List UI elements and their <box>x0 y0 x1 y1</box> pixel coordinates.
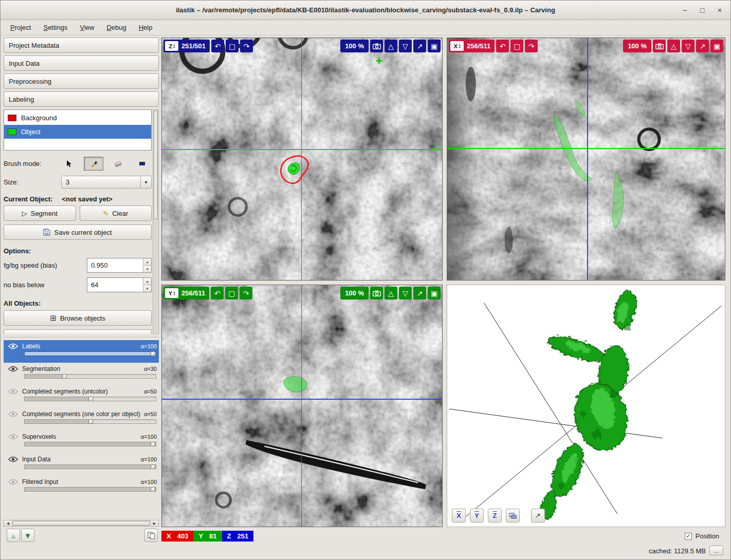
minimize-icon[interactable]: − <box>678 4 691 16</box>
duplicate-view-button[interactable] <box>144 529 158 542</box>
redo-icon[interactable]: ↷ <box>525 40 538 52</box>
eye-icon[interactable] <box>4 388 22 395</box>
menu-help[interactable]: Help <box>133 22 158 33</box>
undo-icon[interactable]: ↶ <box>496 40 509 52</box>
eraser-tool-icon[interactable] <box>108 157 127 171</box>
slice-spinbox[interactable]: X ▴▾ <box>450 41 464 51</box>
menu-view[interactable]: View <box>74 22 100 33</box>
layer-row-input-data[interactable]: Input Data α=100 <box>4 453 159 476</box>
toggle-z-slice-button[interactable]: Z <box>488 509 502 522</box>
labeling-scrollbar[interactable] <box>153 109 159 334</box>
layer-opacity-slider[interactable] <box>24 374 156 379</box>
frame-icon[interactable]: ▢ <box>226 40 239 52</box>
snapshot-camera-icon[interactable] <box>370 40 383 52</box>
menu-settings[interactable]: Settings <box>38 22 73 33</box>
scroll-left-icon[interactable]: ◀ <box>4 520 12 526</box>
maximize-icon[interactable]: □ <box>696 4 709 16</box>
layer-row-labels[interactable]: Labels α=100 <box>4 340 159 363</box>
layer-opacity-slider[interactable] <box>24 464 156 469</box>
brush-size-select[interactable]: 3 ▾ <box>61 176 152 189</box>
frame-icon[interactable]: ▢ <box>225 287 238 300</box>
spin-up-icon[interactable]: ▴ <box>143 278 151 285</box>
x-slice-indicator[interactable]: X ▴▾ 256/511 <box>449 40 495 52</box>
position-toggle[interactable]: ✓ Position <box>685 532 719 540</box>
sidebar-horizontal-scrollbar[interactable]: ◀ ▶ <box>4 520 159 527</box>
undo-icon[interactable]: ↶ <box>211 287 224 300</box>
section-preprocessing[interactable]: Preprocessing <box>4 73 159 89</box>
label-color-swatch[interactable] <box>8 128 16 135</box>
toggle-all-slices-button[interactable] <box>506 509 520 522</box>
position-checkbox[interactable]: ✓ <box>685 533 692 540</box>
slice-spinbox[interactable]: Y ▴▾ <box>165 288 178 298</box>
layer-opacity-slider[interactable] <box>24 442 156 446</box>
3d-viewport[interactable]: X Y Z ↗ <box>447 285 725 527</box>
panel-splitter-handle[interactable] <box>4 337 159 339</box>
browse-objects-button[interactable]: ⊞ Browse objects <box>4 310 152 326</box>
z-slice-viewport[interactable]: Z ▴▾ 251/501 ↶ ▢ ↷ 100 % △ ▽ ↗ ▣ <box>161 38 443 281</box>
layer-row-completed-unicolor[interactable]: Completed segments (unicolor) α=50 <box>4 385 159 408</box>
move-layer-down-button[interactable]: ▼ <box>21 529 34 542</box>
eye-icon[interactable] <box>4 366 22 372</box>
snapshot-camera-icon[interactable] <box>653 40 666 52</box>
frame-icon[interactable]: ▢ <box>510 40 523 52</box>
no-bias-input[interactable]: 64 ▴ ▾ <box>87 277 152 292</box>
slice-down-icon[interactable]: ▽ <box>399 287 412 300</box>
spin-down-icon[interactable]: ▾ <box>143 265 151 272</box>
snapshot-camera-icon[interactable] <box>370 287 383 300</box>
slice-down-icon[interactable]: ▽ <box>682 40 695 52</box>
z-slice-indicator[interactable]: Z ▴▾ 251/501 <box>163 40 210 52</box>
layer-row-filtered-input[interactable]: Filtered Input α=100 <box>4 476 159 498</box>
clear-button[interactable]: ✎ Clear <box>80 206 152 221</box>
y-slice-viewport[interactable]: Y ▴▾ 256/511 ↶ ▢ ↷ 100 % △ ▽ ↗ ▣ <box>161 285 443 527</box>
slice-spinbox[interactable]: Z ▴▾ <box>165 41 178 51</box>
popout-icon[interactable]: ↗ <box>696 40 709 52</box>
layer-row-segmentation[interactable]: Segmentation α=30 <box>4 363 159 385</box>
maximize-view-icon[interactable]: ▣ <box>428 40 441 52</box>
scroll-right-icon[interactable]: ▶ <box>151 520 158 526</box>
popout-icon[interactable]: ↗ <box>413 287 426 300</box>
eye-icon[interactable] <box>4 343 22 349</box>
fgbg-speed-input[interactable]: 0.950 ▴ ▾ <box>87 258 152 273</box>
save-current-object-button[interactable]: Save current object <box>4 225 152 240</box>
slice-up-icon[interactable]: △ <box>385 287 397 300</box>
section-project-metadata[interactable]: Project Metadata <box>4 38 159 53</box>
toggle-x-slice-button[interactable]: X <box>452 509 466 522</box>
toggle-y-slice-button[interactable]: Y <box>470 509 484 522</box>
slice-down-icon[interactable]: ▽ <box>399 40 412 52</box>
popout-icon[interactable]: ↗ <box>413 40 426 52</box>
rectangle-tool-icon[interactable] <box>132 157 152 171</box>
menu-project[interactable]: Project <box>5 22 36 33</box>
clipped-button[interactable] <box>4 329 152 334</box>
eye-icon[interactable] <box>4 434 22 440</box>
x-slice-viewport[interactable]: X ▴▾ 256/511 ↶ ▢ ↷ 100 % △ ▽ ↗ ▣ <box>447 38 725 281</box>
label-row-background[interactable]: Background <box>4 111 151 125</box>
menu-debug[interactable]: Debug <box>101 22 132 33</box>
section-input-data[interactable]: Input Data <box>4 55 159 71</box>
label-row-object[interactable]: Object <box>4 125 151 139</box>
slice-up-icon[interactable]: △ <box>667 40 680 52</box>
popout-3d-button[interactable]: ↗ <box>531 509 545 522</box>
layer-row-supervoxels[interactable]: Supervoxels α=100 <box>4 431 159 453</box>
spin-up-icon[interactable]: ▴ <box>143 258 151 265</box>
cursor-tool-icon[interactable] <box>60 157 79 171</box>
layer-opacity-slider[interactable] <box>24 487 156 492</box>
cache-more-button[interactable]: ... <box>709 546 723 555</box>
y-slice-indicator[interactable]: Y ▴▾ 256/511 <box>163 287 209 300</box>
label-color-swatch[interactable] <box>8 115 16 121</box>
spin-down-icon[interactable]: ▾ <box>143 285 151 292</box>
redo-icon[interactable]: ↷ <box>240 40 253 52</box>
layer-opacity-slider[interactable] <box>24 397 156 401</box>
close-icon[interactable]: × <box>713 4 726 16</box>
undo-icon[interactable]: ↶ <box>211 40 224 52</box>
eye-icon[interactable] <box>4 479 22 485</box>
scrollbar-thumb[interactable] <box>154 110 158 219</box>
layer-opacity-slider[interactable] <box>24 351 156 356</box>
eye-icon[interactable] <box>4 411 22 417</box>
layer-row-completed-percolor[interactable]: Completed segments (one color per object… <box>4 408 159 431</box>
layer-opacity-slider[interactable] <box>24 419 156 424</box>
paint-brush-tool-icon[interactable] <box>84 157 103 171</box>
scrollbar-thumb[interactable] <box>12 521 150 526</box>
maximize-view-icon[interactable]: ▣ <box>428 287 441 300</box>
segment-button[interactable]: ▷ Segment <box>4 206 76 221</box>
move-layer-up-button[interactable]: ▲ <box>7 529 20 542</box>
